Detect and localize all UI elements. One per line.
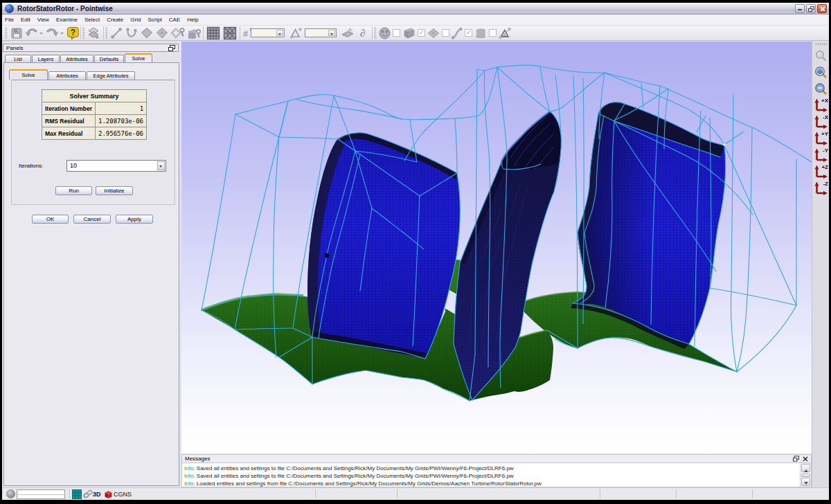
- structured-grid-icon[interactable]: [206, 26, 221, 40]
- menu-file[interactable]: File: [2, 16, 17, 24]
- spacing-icon[interactable]: [289, 26, 303, 40]
- domain-toggle-icon[interactable]: [427, 26, 440, 40]
- menu-examine[interactable]: Examine: [53, 16, 80, 24]
- toolbar-separator: [80, 26, 81, 39]
- messages-scrollbar[interactable]: [800, 463, 811, 487]
- message-text: Saved all entities and settings to file …: [195, 465, 514, 471]
- iterations-input[interactable]: 10: [66, 160, 166, 172]
- help-icon[interactable]: ?: [66, 26, 80, 40]
- create-mesh-domain-icon[interactable]: [155, 26, 169, 40]
- tab-attributes[interactable]: Attributes: [60, 55, 93, 62]
- solve-domain-icon[interactable]: [170, 26, 186, 40]
- close-button[interactable]: [817, 4, 827, 13]
- menu-grid[interactable]: Grid: [127, 16, 143, 24]
- menu-select[interactable]: Select: [82, 16, 102, 24]
- project-icon[interactable]: [340, 26, 355, 40]
- zoom-icon[interactable]: [812, 47, 829, 64]
- create-domain-icon[interactable]: [140, 26, 154, 40]
- float-messages-icon[interactable]: [793, 456, 799, 462]
- selected-point[interactable]: [325, 253, 329, 258]
- layers-icon[interactable]: [87, 26, 101, 40]
- redo-icon[interactable]: [45, 26, 60, 40]
- connector-toggle-icon[interactable]: [450, 26, 463, 40]
- combo-arrow-icon[interactable]: [328, 30, 335, 36]
- close-messages-icon[interactable]: [803, 456, 808, 462]
- table-row: Iteration Number 1: [42, 102, 147, 115]
- combo-arrow-icon[interactable]: [276, 30, 283, 36]
- status-separator: [315, 489, 316, 498]
- solve-block-icon[interactable]: [186, 26, 202, 40]
- create-curve-icon[interactable]: [125, 26, 138, 40]
- minimize-button[interactable]: [795, 4, 805, 13]
- axis-label: +Y: [821, 131, 828, 137]
- cancel-button[interactable]: Cancel: [73, 215, 111, 224]
- ok-button[interactable]: OK: [32, 215, 69, 224]
- mask-icon[interactable]: [378, 26, 391, 40]
- list-item[interactable]: Info: Loaded entities and settings from …: [182, 480, 811, 487]
- subtab-edge-attributes[interactable]: Edge Attributes: [87, 71, 135, 80]
- derivative-icon[interactable]: ∂: [358, 26, 369, 40]
- status-separator: [676, 489, 677, 498]
- view-plus-z-button[interactable]: +Z: [812, 163, 829, 180]
- app-window: RotorStatorRotor - Pointwise File Edit V…: [2, 3, 829, 500]
- view-plus-x-button[interactable]: +X: [812, 97, 829, 114]
- scroll-up-icon[interactable]: [801, 464, 810, 472]
- save-icon[interactable]: [10, 26, 24, 40]
- menu-create[interactable]: Create: [104, 16, 126, 24]
- subtab-attributes[interactable]: Attributes: [48, 71, 86, 80]
- apply-button[interactable]: Apply: [116, 215, 153, 224]
- toolbar-grip[interactable]: [105, 27, 108, 39]
- database-visibility-checkbox[interactable]: [489, 29, 497, 37]
- view-toolbar-grip[interactable]: [815, 43, 827, 46]
- float-panel-icon[interactable]: [168, 45, 175, 51]
- mask-visibility-checkbox[interactable]: [393, 29, 400, 37]
- list-item[interactable]: Info: Saved all entities and settings to…: [182, 472, 811, 480]
- viewport-3d[interactable]: [181, 42, 812, 453]
- iterations-spin-button[interactable]: [157, 161, 165, 170]
- redo-dropdown-icon[interactable]: [60, 26, 64, 40]
- domain-visibility-checkbox[interactable]: [442, 29, 449, 37]
- menu-cae[interactable]: CAE: [166, 16, 183, 24]
- undo-icon[interactable]: [24, 26, 39, 40]
- dimension-combo[interactable]: [251, 28, 285, 37]
- block-icon[interactable]: [402, 26, 416, 40]
- undo-dropdown-icon[interactable]: [39, 26, 44, 40]
- unstructured-grid-icon[interactable]: [222, 26, 238, 40]
- tab-layers[interactable]: Layers: [32, 55, 60, 62]
- zoom-fit-icon[interactable]: [812, 64, 829, 80]
- scroll-down-icon[interactable]: [801, 478, 810, 486]
- menu-view[interactable]: View: [35, 16, 52, 24]
- svg-text:?: ?: [71, 27, 75, 37]
- initialize-button[interactable]: Initialize: [96, 186, 133, 195]
- create-connector-icon[interactable]: [109, 26, 123, 40]
- view-minus-y-button[interactable]: -Y: [812, 147, 829, 163]
- spacing-combo[interactable]: [305, 28, 337, 37]
- view-minus-x-button[interactable]: -X: [812, 114, 829, 130]
- view-minus-z-button[interactable]: -Z: [812, 180, 829, 197]
- connector-visibility-checkbox[interactable]: [465, 29, 472, 37]
- list-item[interactable]: Info: Saved all entities and settings to…: [182, 465, 811, 472]
- solve-groupbox: Solver Summary Iteration Number 1 RMS Re…: [11, 80, 175, 205]
- toolbar-grip[interactable]: [82, 27, 85, 39]
- toolbar-grip[interactable]: [374, 27, 377, 39]
- menu-script[interactable]: Script: [145, 16, 164, 24]
- menu-help[interactable]: Help: [184, 16, 201, 24]
- scroll-thumb[interactable]: [801, 474, 810, 477]
- tab-list[interactable]: List: [5, 55, 31, 62]
- database-toggle-icon[interactable]: [474, 26, 488, 40]
- menu-edit[interactable]: Edit: [18, 16, 33, 24]
- restore-button[interactable]: [806, 4, 816, 13]
- status-separator: [752, 489, 753, 498]
- view-plus-y-button[interactable]: +Y: [812, 130, 829, 147]
- zoom-out-icon[interactable]: [812, 80, 829, 97]
- tab-solve[interactable]: Solve: [125, 53, 152, 62]
- toolbar-grip[interactable]: [5, 27, 8, 39]
- tab-defaults[interactable]: Defaults: [94, 55, 124, 62]
- spacing-toggle-icon[interactable]: Δ: [498, 26, 512, 40]
- block-visibility-checkbox[interactable]: [418, 29, 425, 37]
- solve-panel: Solve Attributes Edge Attributes Solver …: [3, 62, 179, 486]
- title-bar[interactable]: RotorStatorRotor - Pointwise: [2, 3, 829, 15]
- run-button[interactable]: Run: [55, 186, 92, 195]
- subtab-solve[interactable]: Solve: [9, 69, 48, 80]
- summary-title: Solver Summary: [42, 90, 147, 102]
